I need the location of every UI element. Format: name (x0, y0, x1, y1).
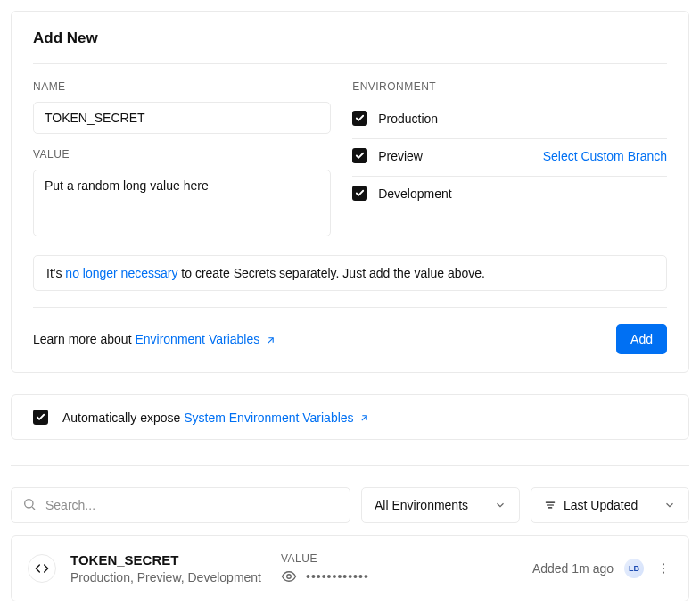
variable-row[interactable]: TOKEN_SECRET Production, Preview, Develo… (12, 536, 688, 601)
search-icon (22, 497, 37, 514)
select-custom-branch-link[interactable]: Select Custom Branch (543, 149, 667, 163)
variable-name: TOKEN_SECRET (70, 552, 281, 568)
svg-point-7 (663, 568, 664, 569)
auto-expose-row: Automatically expose System Environment … (12, 395, 688, 439)
learn-more-prefix: Learn more about (33, 332, 135, 346)
auto-expose-checkbox[interactable] (33, 410, 48, 425)
add-new-card: Add New NAME VALUE Put a random long val… (11, 11, 689, 373)
variable-main: TOKEN_SECRET Production, Preview, Develo… (70, 552, 281, 584)
env-row-production: Production (352, 102, 667, 139)
auto-expose-prefix: Automatically expose (62, 410, 184, 425)
env-row-development: Development (352, 177, 667, 213)
checkbox-development[interactable] (352, 186, 367, 201)
checkbox-preview[interactable] (352, 148, 367, 163)
env-row-preview: Preview Select Custom Branch (352, 139, 667, 177)
auto-expose-card: Automatically expose System Environment … (11, 394, 689, 440)
external-link-icon (265, 335, 276, 346)
external-link-icon (358, 412, 370, 424)
no-longer-necessary-link[interactable]: no longer necessary (65, 266, 177, 280)
system-env-vars-link[interactable]: System Environment Variables (184, 410, 370, 425)
filter-row: All Environments Last Updated (11, 487, 689, 523)
name-label: NAME (33, 80, 331, 93)
variable-value-row: •••••••••••• (281, 568, 459, 584)
code-icon (28, 554, 56, 583)
add-new-columns: NAME VALUE Put a random long value here … (33, 64, 667, 239)
page-separator (11, 465, 689, 466)
sort-label: Last Updated (564, 498, 638, 512)
auto-expose-text: Automatically expose System Environment … (62, 410, 370, 425)
environment-variables-link[interactable]: Environment Variables (135, 332, 276, 346)
chevron-down-icon (663, 499, 676, 511)
avatar: LB (624, 559, 644, 578)
variable-meta: Added 1m ago LB (532, 559, 672, 578)
search-input[interactable] (45, 498, 339, 512)
variable-value-label: VALUE (281, 552, 459, 565)
search-wrap[interactable] (11, 487, 350, 523)
env-label-preview: Preview (378, 149, 423, 163)
env-label-development: Development (378, 186, 452, 201)
variable-masked-value: •••••••••••• (306, 569, 369, 584)
variable-value-column: VALUE •••••••••••• (281, 552, 459, 584)
value-label: VALUE (33, 148, 331, 161)
checkbox-production[interactable] (352, 111, 367, 126)
environment-filter-label: All Environments (375, 498, 468, 512)
learn-more-text: Learn more about Environment Variables (33, 332, 276, 346)
variable-targets: Production, Preview, Development (70, 570, 281, 584)
svg-point-5 (287, 575, 292, 579)
right-column: ENVIRONMENT Production Preview Select Cu… (352, 80, 667, 239)
name-input[interactable] (33, 102, 331, 134)
left-column: NAME VALUE Put a random long value here (33, 80, 331, 239)
environment-filter-select[interactable]: All Environments (361, 487, 520, 523)
sort-select[interactable]: Last Updated (531, 487, 689, 523)
eye-icon[interactable] (281, 568, 297, 584)
add-new-title: Add New (33, 29, 667, 64)
add-new-footer: Learn more about Environment Variables A… (33, 307, 667, 354)
info-suffix: to create Secrets separately. Just add t… (177, 266, 485, 280)
svg-line-1 (32, 507, 35, 510)
variable-card: TOKEN_SECRET Production, Preview, Develo… (11, 535, 689, 601)
sort-icon (544, 499, 556, 511)
secrets-info-box: It's no longer necessary to create Secre… (33, 255, 667, 291)
environment-label: ENVIRONMENT (352, 80, 667, 93)
more-actions-button[interactable] (655, 561, 672, 576)
svg-point-0 (25, 499, 33, 507)
add-new-body: Add New NAME VALUE Put a random long val… (12, 12, 688, 372)
svg-point-8 (663, 572, 664, 574)
variable-added-time: Added 1m ago (532, 561, 614, 576)
info-prefix: It's (46, 266, 65, 280)
value-textarea[interactable]: Put a random long value here (33, 170, 331, 236)
chevron-down-icon (494, 499, 506, 511)
add-button[interactable]: Add (616, 324, 667, 354)
env-label-production: Production (378, 112, 438, 126)
svg-point-6 (663, 563, 664, 565)
